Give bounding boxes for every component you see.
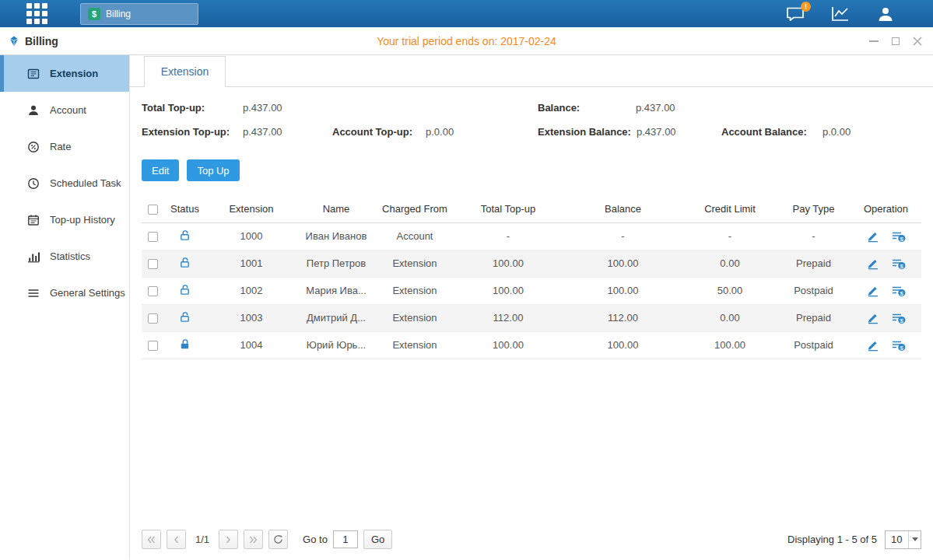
sidebar-item-rate[interactable]: Rate <box>0 128 129 165</box>
row-checkbox[interactable] <box>148 286 158 296</box>
topup-icon[interactable]: $ <box>892 285 906 297</box>
total-topup-value: p.437.00 <box>243 102 282 114</box>
messages-icon[interactable]: ! <box>785 5 805 23</box>
sidebar: Extension Account Rate Scheduled Task To… <box>0 55 130 559</box>
sidebar-item-account[interactable]: Account <box>0 92 129 128</box>
edit-icon[interactable] <box>867 312 879 324</box>
extension-balance-label: Extension Balance: <box>538 126 631 138</box>
table-row: 1003 Дмитрий Д... Extension 112.00 112.0… <box>142 304 921 331</box>
header-total-topup: Total Top-up <box>454 195 563 222</box>
cell-total-topup: 100.00 <box>454 250 563 277</box>
edit-icon[interactable] <box>867 257 879 270</box>
svg-text:$: $ <box>900 235 903 242</box>
top-up-button[interactable]: Top Up <box>187 159 239 181</box>
account-topup-value: p.0.00 <box>426 126 454 138</box>
total-topup-label: Total Top-up: <box>142 102 205 114</box>
cell-balance: 100.00 <box>563 277 683 304</box>
prev-page-button[interactable] <box>167 530 186 549</box>
unlocked-icon <box>179 284 191 296</box>
taskbar-item-billing[interactable]: $ Billing <box>80 3 198 25</box>
main-panel: Extension Total Top-up: p.437.00 Balance… <box>130 55 933 559</box>
sidebar-item-label: General Settings <box>50 287 125 299</box>
sidebar-item-label: Scheduled Task <box>50 177 121 189</box>
unlocked-icon <box>179 257 191 268</box>
cell-credit-limit: 50.00 <box>683 277 777 304</box>
cell-charged-from: Extension <box>376 304 454 331</box>
sidebar-item-topup-history[interactable]: Top-up History <box>0 201 129 238</box>
sidebar-item-scheduled-task[interactable]: Scheduled Task <box>0 165 129 201</box>
sidebar-item-label: Rate <box>50 141 71 152</box>
row-checkbox[interactable] <box>148 313 158 324</box>
svg-text:$: $ <box>900 289 903 296</box>
header-extension: Extension <box>206 195 296 222</box>
user-account-icon[interactable] <box>875 5 896 23</box>
apps-grid-icon[interactable] <box>26 3 47 24</box>
topup-icon[interactable]: $ <box>892 312 906 324</box>
cell-credit-limit: - <box>683 222 777 250</box>
maximize-icon[interactable] <box>890 36 900 46</box>
close-icon[interactable] <box>912 36 922 46</box>
cell-pay-type: Postpaid <box>777 331 851 359</box>
rate-icon <box>27 141 40 153</box>
svg-text:$: $ <box>900 344 903 351</box>
select-all-checkbox[interactable] <box>148 205 158 215</box>
extension-topup-label: Extension Top-up: <box>142 126 230 138</box>
cell-pay-type: Prepaid <box>777 250 851 277</box>
general-settings-icon <box>27 287 40 299</box>
header-balance: Balance <box>563 195 683 222</box>
billing-app-icon <box>8 35 20 47</box>
tab-strip: Extension <box>130 55 933 87</box>
billing-dollar-icon: $ <box>88 8 100 20</box>
cell-name: Мария Ива... <box>296 277 376 304</box>
account-topup-label: Account Top-up: <box>332 126 412 138</box>
go-button[interactable]: Go <box>363 530 392 549</box>
sidebar-item-label: Top-up History <box>50 214 115 226</box>
statistics-chart-icon[interactable] <box>830 5 851 23</box>
refresh-icon[interactable] <box>268 530 288 549</box>
header-pay-type: Pay Type <box>777 195 851 222</box>
cell-total-topup: 112.00 <box>454 304 563 331</box>
table-row: 1002 Мария Ива... Extension 100.00 100.0… <box>142 277 921 304</box>
goto-page-input[interactable] <box>333 530 358 548</box>
row-checkbox[interactable] <box>148 259 158 269</box>
header-name: Name <box>296 195 376 222</box>
edit-button[interactable]: Edit <box>142 159 179 181</box>
sidebar-item-statistics[interactable]: Statistics <box>0 238 129 275</box>
cell-extension: 1002 <box>206 277 296 304</box>
page-size-select[interactable]: 10 <box>885 530 921 549</box>
cell-name: Юрий Юрь... <box>296 331 376 359</box>
row-checkbox[interactable] <box>148 341 158 351</box>
sidebar-item-label: Extension <box>50 68 98 79</box>
locked-icon <box>179 338 191 350</box>
sidebar-item-extension[interactable]: Extension <box>0 55 129 92</box>
page-indicator: 1/1 <box>195 534 209 545</box>
table-header-row: Status Extension Name Charged From Total… <box>142 195 921 222</box>
sidebar-item-label: Account <box>50 104 86 116</box>
account-balance-value: p.0.00 <box>823 126 851 138</box>
goto-label: Go to <box>303 534 328 545</box>
edit-icon[interactable] <box>867 339 879 352</box>
tab-extension[interactable]: Extension <box>144 56 226 87</box>
unlocked-icon <box>179 229 191 241</box>
next-page-button[interactable] <box>219 530 238 549</box>
sidebar-item-general-settings[interactable]: General Settings <box>0 275 129 311</box>
trial-period-notice: Your trial period ends on: 2017-02-24 <box>0 35 933 47</box>
last-page-button[interactable] <box>244 530 263 549</box>
topup-icon[interactable]: $ <box>892 339 906 352</box>
topup-icon[interactable]: $ <box>892 257 906 270</box>
header-operation: Operation <box>851 195 921 222</box>
row-checkbox[interactable] <box>148 232 158 242</box>
cell-pay-type: Prepaid <box>777 304 851 331</box>
cell-charged-from: Extension <box>376 250 454 277</box>
edit-icon[interactable] <box>867 285 879 297</box>
topup-icon[interactable]: $ <box>892 230 906 243</box>
svg-text:$: $ <box>900 262 903 269</box>
minimize-icon[interactable] <box>868 36 879 46</box>
system-topbar: $ Billing ! <box>0 0 933 27</box>
extension-table: Status Extension Name Charged From Total… <box>142 195 921 359</box>
first-page-button[interactable] <box>142 530 161 549</box>
header-charged-from: Charged From <box>376 195 454 222</box>
edit-icon[interactable] <box>867 230 879 243</box>
cell-pay-type: - <box>777 222 851 250</box>
cell-name: Иван Иванов <box>296 222 376 250</box>
